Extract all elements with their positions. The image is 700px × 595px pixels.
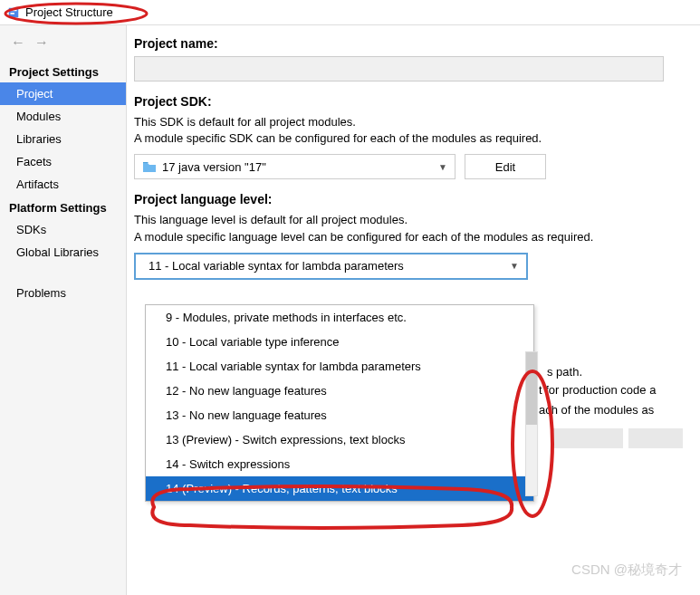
project-name-label: Project name: [134,36,700,51]
sidebar-item-project[interactable]: Project [0,82,126,105]
sidebar-item-modules[interactable]: Modules [0,105,126,128]
sidebar-item-sdks[interactable]: SDKs [0,218,126,241]
section-header-project-settings: Project Settings [0,60,126,82]
chevron-down-icon: ▼ [438,162,447,172]
lang-level-label: Project language level: [134,192,700,206]
sdk-dropdown[interactable]: 17 java version "17" ▼ [134,154,455,179]
sidebar-item-global-libraries[interactable]: Global Libraries [0,241,126,264]
window-title: Project Structure [25,5,113,19]
sdk-desc-1: This SDK is default for all project modu… [134,114,700,130]
app-icon [7,6,20,19]
lang-option-13-preview[interactable]: 13 (Preview) - Switch expressions, text … [146,427,533,452]
svg-rect-1 [11,9,17,11]
lang-option-14[interactable]: 14 - Switch expressions [146,452,533,476]
back-arrow-icon[interactable]: ← [11,34,25,51]
lang-option-11[interactable]: 11 - Local variable syntax for lambda pa… [146,354,533,379]
sdk-selected-value: 17 java version "17" [162,160,266,174]
lang-desc-2: A module specific language level can be … [134,229,700,245]
peek-text-3: ach of the modules as [539,403,654,417]
lang-option-13[interactable]: 13 - No new language features [146,403,533,427]
lang-option-12[interactable]: 12 - No new language features [146,379,533,403]
edit-button[interactable]: Edit [465,154,546,179]
greyed-box [551,428,623,448]
peek-text-1: s path. [547,365,582,379]
sidebar-item-libraries[interactable]: Libraries [0,128,126,150]
lang-level-dropdown[interactable]: 11 - Local variable syntax for lambda pa… [134,253,528,280]
folder-icon [142,160,157,173]
titlebar: Project Structure [0,0,700,25]
watermark: CSDN @秘境奇才 [571,561,682,579]
chevron-down-icon: ▼ [510,261,519,271]
dropdown-scrollbar[interactable] [525,351,538,496]
svg-rect-2 [11,13,14,14]
nav-arrows: ← → [0,25,126,60]
lang-level-dropdown-list: 9 - Modules, private methods in interfac… [145,304,534,502]
lang-desc-1: This language level is default for all p… [134,212,700,228]
section-header-platform-settings: Platform Settings [0,196,126,218]
lang-option-14-preview[interactable]: 14 (Preview) - Records, patterns, text b… [146,476,533,501]
lang-option-10[interactable]: 10 - Local variable type inference [146,330,533,354]
project-name-input[interactable] [134,56,664,82]
sdk-desc-2: A module specific SDK can be configured … [134,130,700,147]
forward-arrow-icon[interactable]: → [34,34,49,51]
project-sdk-label: Project SDK: [134,94,700,109]
lang-level-selected-value: 11 - Local variable syntax for lambda pa… [143,259,404,273]
sidebar: ← → Project Settings Project Modules Lib… [0,25,127,595]
sidebar-item-artifacts[interactable]: Artifacts [0,173,126,196]
peek-text-2: t for production code a [539,383,656,397]
lang-option-9[interactable]: 9 - Modules, private methods in interfac… [146,305,533,330]
sidebar-item-problems[interactable]: Problems [0,282,126,304]
sidebar-item-facets[interactable]: Facets [0,150,126,173]
scrollbar-thumb[interactable] [526,352,537,425]
greyed-box [628,428,683,448]
